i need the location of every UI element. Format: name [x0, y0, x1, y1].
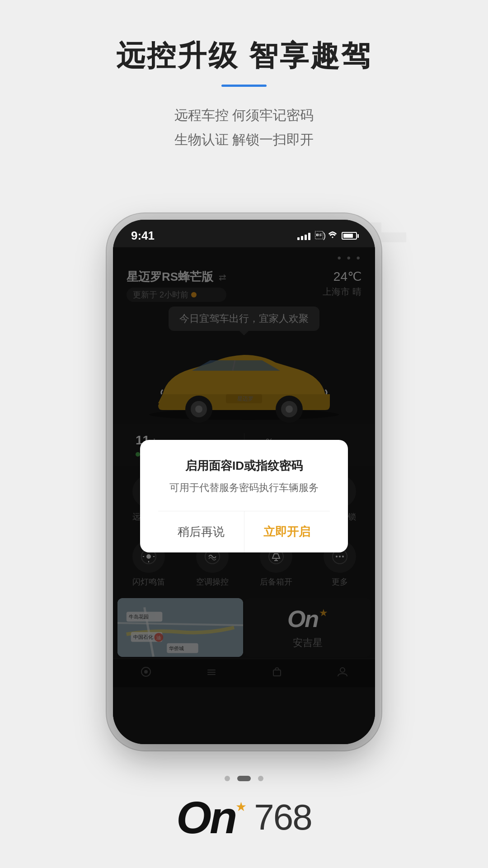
onstar-bottom-brand: On ★ 768 — [176, 795, 311, 840]
modal-overlay: 启用面容ID或指纹密码 可用于代替服务密码执行车辆服务 稍后再说 立即开启 — [113, 247, 375, 744]
modal-confirm-button[interactable]: 立即开启 — [244, 511, 330, 552]
wifi-icon: ) — [315, 231, 337, 241]
subtitle-line2: 生物认证 解锁一扫即开 — [174, 127, 314, 152]
onstar-big-on: On — [176, 795, 235, 840]
onstar-model-number: 768 — [254, 797, 311, 838]
phone-container: 9:41 ) — [90, 184, 398, 762]
status-bar: 9:41 ) — [113, 220, 375, 247]
page-headline: 远控升级 智享趣驾 — [116, 36, 372, 75]
battery-icon — [342, 232, 357, 240]
phone-mockup: 9:41 ) — [113, 220, 375, 744]
page-indicators — [225, 776, 263, 781]
modal-buttons: 稍后再说 立即开启 — [158, 511, 330, 552]
app-content: • • • 星迈罗RS蜂芒版 ⇄ 更新于 2小时前 — [113, 247, 375, 744]
status-time: 9:41 — [131, 229, 155, 243]
status-icons: ) — [297, 231, 357, 241]
svg-point-0 — [332, 236, 333, 238]
modal-description: 可用于代替服务密码执行车辆服务 — [158, 481, 330, 495]
page-subtitle: 远程车控 何须牢记密码 生物认证 解锁一扫即开 — [174, 103, 314, 152]
indicator-3[interactable] — [258, 776, 263, 781]
page-wrapper: 远控升级 智享趣驾 远程车控 何须牢记密码 生物认证 解锁一扫即开 9:41 — [0, 0, 488, 868]
modal-title: 启用面容ID或指纹密码 — [158, 458, 330, 474]
modal-cancel-button[interactable]: 稍后再说 — [158, 511, 244, 552]
indicator-1[interactable] — [225, 776, 230, 781]
modal-box: 启用面容ID或指纹密码 可用于代替服务密码执行车辆服务 稍后再说 立即开启 — [140, 440, 348, 552]
onstar-big-star: ★ — [235, 799, 247, 814]
signal-icon — [297, 232, 310, 240]
indicator-2[interactable] — [237, 776, 251, 781]
blue-divider — [221, 85, 267, 87]
subtitle-line1: 远程车控 何须牢记密码 — [174, 103, 314, 127]
